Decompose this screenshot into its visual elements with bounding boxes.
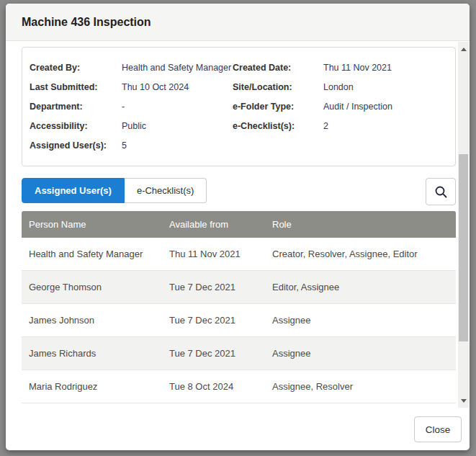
column-header-role: Role	[272, 219, 456, 230]
close-button[interactable]: Close	[414, 416, 462, 442]
table-row: James Johnson Tue 7 Dec 2021 Assignee	[22, 304, 456, 337]
field-label-efolder-type: e-Folder Type:	[233, 102, 323, 112]
modal-header: Machine 436 Inspection	[6, 4, 470, 41]
tabs-row: Assigned User(s) e-Checklist(s)	[22, 178, 456, 205]
table-row: George Thomson Tue 7 Dec 2021 Editor, As…	[22, 271, 456, 304]
vertical-scrollbar[interactable]	[458, 42, 469, 408]
field-value-site-location: London	[323, 82, 455, 92]
cell-role: Editor, Assignee	[272, 282, 456, 292]
tab-assigned-users[interactable]: Assigned User(s)	[22, 178, 125, 203]
cell-person-name: James Richards	[22, 348, 169, 359]
field-value-created-by: Health and Safety Manager	[122, 63, 233, 73]
tab-e-checklists[interactable]: e-Checklist(s)	[125, 178, 207, 203]
table-row: Health and Safety Manager Thu 11 Nov 202…	[22, 238, 456, 271]
modal-title: Machine 436 Inspection	[22, 16, 151, 29]
field-label-created-by: Created By:	[30, 63, 122, 73]
cell-role: Creator, Resolver, Assignee, Editor	[272, 249, 456, 259]
table-row: Maria Rodriguez Tue 8 Oct 2024 Assignee,…	[22, 370, 456, 403]
scroll-down-button[interactable]	[458, 395, 469, 406]
scrollbar-thumb[interactable]	[459, 154, 468, 341]
field-value-department: -	[122, 102, 233, 112]
cell-person-name: Maria Rodriguez	[22, 381, 169, 392]
column-header-available-from: Available from	[169, 219, 272, 230]
cell-available-from: Tue 7 Dec 2021	[169, 315, 272, 326]
scroll-up-button[interactable]	[458, 43, 469, 55]
table-header-row: Person Name Available from Role	[22, 211, 456, 238]
cell-available-from: Tue 7 Dec 2021	[169, 282, 272, 292]
field-label-assigned-users: Assigned User(s):	[30, 140, 122, 151]
field-label-accessibility: Accessibility:	[30, 121, 122, 131]
modal-footer: Close	[6, 408, 470, 450]
efolder-info-panel: Created By: Health and Safety Manager Cr…	[22, 47, 456, 166]
cell-available-from: Tue 7 Dec 2021	[169, 348, 272, 359]
cell-person-name: Health and Safety Manager	[22, 249, 169, 259]
cell-person-name: George Thomson	[22, 282, 169, 292]
cell-available-from: Thu 11 Nov 2021	[169, 249, 272, 259]
field-label-department: Department:	[30, 102, 122, 112]
scroll-up-icon	[461, 48, 467, 51]
field-value-created-date: Thu 11 Nov 2021	[323, 63, 455, 73]
field-value-accessibility: Public	[122, 121, 233, 131]
field-label-created-date: Created Date:	[233, 63, 323, 73]
cell-role: Assignee, Resolver	[272, 381, 456, 392]
scroll-down-icon	[461, 399, 467, 403]
cell-role: Assignee	[272, 348, 456, 359]
field-label-last-submitted: Last Submitted:	[30, 82, 122, 92]
efolder-details-modal: Machine 436 Inspection Created By: Healt…	[6, 4, 470, 450]
search-button[interactable]	[426, 178, 456, 205]
field-value-efolder-type: Audit / Inspection	[323, 102, 455, 112]
field-value-last-submitted: Thu 10 Oct 2024	[122, 82, 233, 92]
cell-role: Assignee	[272, 315, 456, 326]
column-header-person-name: Person Name	[22, 219, 169, 230]
field-label-site-location: Site/Location:	[233, 82, 323, 92]
table-row: James Richards Tue 7 Dec 2021 Assignee	[22, 337, 456, 370]
field-value-assigned-users: 5	[122, 140, 233, 151]
tab-group: Assigned User(s) e-Checklist(s)	[22, 178, 207, 203]
field-label-echecklists: e-Checklist(s):	[233, 121, 323, 131]
field-value-echecklists: 2	[323, 121, 455, 131]
cell-available-from: Tue 8 Oct 2024	[169, 381, 272, 392]
search-icon	[434, 185, 448, 199]
modal-scroll-area: Created By: Health and Safety Manager Cr…	[6, 42, 470, 408]
cell-person-name: James Johnson	[22, 315, 169, 326]
assigned-users-table: Person Name Available from Role Health a…	[22, 211, 456, 403]
info-grid: Created By: Health and Safety Manager Cr…	[30, 58, 455, 155]
